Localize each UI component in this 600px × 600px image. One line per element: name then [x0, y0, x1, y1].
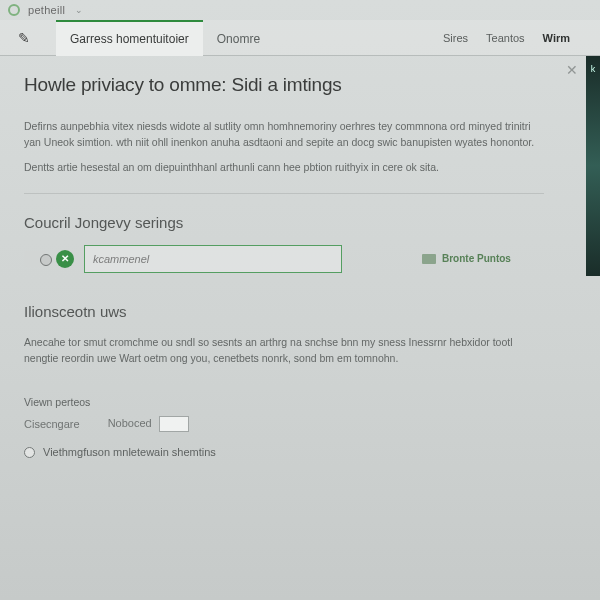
page-title: Howle priviacy to omme: Sidi a imtings — [24, 74, 576, 96]
tab-group: Garress homentuitoier Onomre — [56, 20, 274, 55]
intro-paragraph-1: Defirns aunpebhia vitex niesds widote al… — [24, 118, 544, 151]
section-divider — [24, 193, 544, 194]
browse-swatch-icon — [422, 254, 436, 264]
radio-icon[interactable] — [24, 447, 35, 458]
browse-label: Bronte Puntos — [442, 253, 511, 264]
tab-guarantees[interactable]: Garress homentuitoier — [56, 20, 203, 55]
license-heading: Ilionsceotn uws — [24, 303, 576, 320]
parts-row: Cisecngare Noboced — [24, 416, 576, 432]
close-icon[interactable]: ✕ — [566, 62, 578, 78]
tab-onomre[interactable]: Onomre — [203, 20, 274, 55]
current-value-input[interactable] — [84, 245, 342, 273]
parts-option-2[interactable]: Noboced — [108, 416, 189, 432]
parts-mini-input[interactable] — [159, 416, 189, 432]
page-content: ✕ Howle priviacy to omme: Sidi a imtings… — [0, 56, 600, 600]
current-settings-heading: Coucril Jongevy serings — [24, 214, 576, 231]
radio-row[interactable]: Viethmgfuson mnletewain shemtins — [24, 446, 576, 458]
app-icon — [8, 4, 20, 16]
window-titlebar: petheill ⌄ — [0, 0, 600, 20]
tab-group-right: Sires Teantos Wirm — [443, 20, 600, 55]
parts-option-1[interactable]: Cisecngare — [24, 418, 80, 430]
parts-option-2-label: Noboced — [108, 417, 152, 429]
radio-label: Viethmgfuson mnletewain shemtins — [43, 446, 216, 458]
edit-icon[interactable]: ✎ — [10, 20, 38, 55]
app-title: petheill — [28, 4, 65, 16]
browse-button[interactable]: Bronte Puntos — [422, 253, 511, 264]
chevron-down-icon[interactable]: ⌄ — [75, 5, 83, 15]
visibility-toggle-icon[interactable] — [24, 251, 46, 267]
current-settings-row: ✕ Bronte Puntos — [24, 245, 576, 273]
intro-paragraph-2: Dentts artie hesestal an om diepuinthhan… — [24, 159, 544, 175]
tab-wirm[interactable]: Wirm — [543, 32, 570, 44]
toolbar: ✎ Garress homentuitoier Onomre Sires Tea… — [0, 20, 600, 56]
license-paragraph: Anecahe tor smut cromchme ou sndl so ses… — [24, 334, 544, 367]
status-ok-icon: ✕ — [56, 250, 74, 268]
view-parts-label: Viewn perteos — [24, 396, 576, 408]
tab-teantos[interactable]: Teantos — [486, 32, 525, 44]
tab-sires[interactable]: Sires — [443, 32, 468, 44]
